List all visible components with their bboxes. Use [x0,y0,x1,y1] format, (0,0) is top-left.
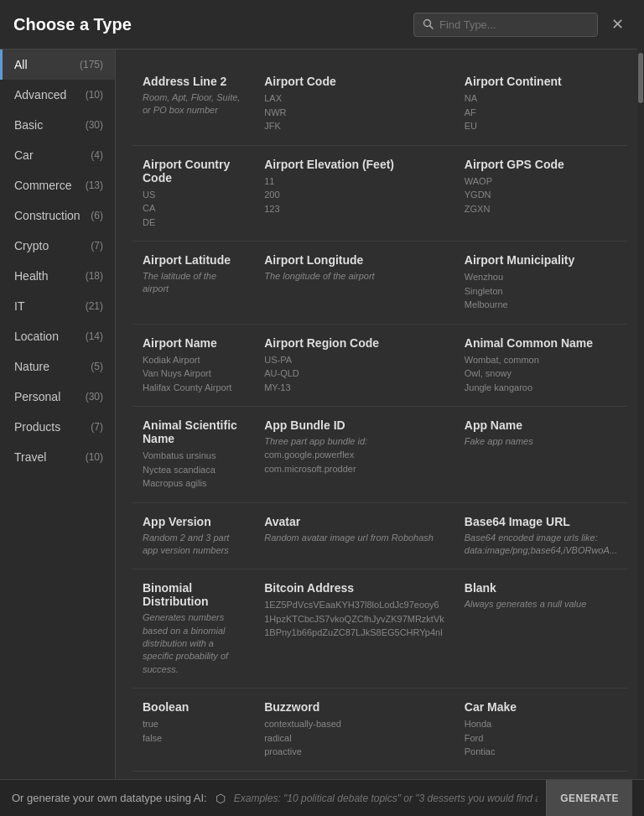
type-cell[interactable]: Airport CodeLAXNWRJFK [254,63,454,146]
sidebar-label: IT [14,299,24,313]
header-right: ✕ [413,12,631,37]
type-cell[interactable]: App Bundle IDThree part app bundle id:co… [254,407,454,503]
type-name: Bitcoin Address [264,581,444,595]
type-cell[interactable]: App NameFake app names [454,407,627,503]
type-cell[interactable]: Airport LatitudeThe latitude of the airp… [132,242,254,325]
type-example-value: radical [264,731,444,746]
type-examples: truefalse [143,717,244,745]
type-cell[interactable]: Airport Region CodeUS-PAAU-QLDMY-13 [254,325,454,408]
type-examples: Vombatus ursinusNyctea scandiacaMacropus… [143,449,244,491]
type-example-value: proactive [264,745,444,759]
sidebar-item-products[interactable]: Products(7) [0,412,115,442]
type-example-value: YGDN [465,188,617,202]
sidebar-label: Travel [14,450,46,464]
sidebar-label: Advanced [14,88,66,101]
type-cell[interactable]: Car MakeHondaFordPontiac [454,689,627,772]
sidebar-item-basic[interactable]: Basic(30) [0,110,115,140]
type-cell[interactable]: Airport MunicipalityWenzhouSingletonMelb… [454,242,627,325]
type-example-value: AF [465,106,617,120]
type-name: Buzzword [264,700,444,714]
sidebar-count: (175) [80,59,103,70]
sidebar-count: (21) [86,300,103,312]
scrollbar[interactable] [637,44,644,779]
type-example-value: ZGXN [465,202,617,216]
type-example-value: contextually-based [264,717,444,731]
search-input[interactable] [439,18,589,31]
sidebar-count: (10) [86,451,103,463]
type-name: Address Line 2 [143,75,244,88]
sidebar-item-construction[interactable]: Construction(6) [0,200,115,231]
page-title: Choose a Type [13,15,132,34]
sidebar-item-all[interactable]: All(175) [0,49,115,80]
sidebar-count: (30) [86,391,103,403]
type-grid: Address Line 2Room, Apt, Floor, Suite, o… [132,63,627,784]
sidebar-label: Car [14,148,34,162]
generate-button[interactable]: GENERATE [546,780,632,817]
sidebar-item-it[interactable]: IT(21) [0,291,115,321]
type-example-value: JFK [264,119,444,133]
sidebar-label: Construction [14,209,80,222]
type-name: Airport Municipality [465,253,617,267]
type-example-value: 123 [264,202,444,216]
type-example-value: Ford [465,731,617,746]
sidebar-label: All [14,58,28,71]
type-example-value: Jungle kangaroo [465,381,617,395]
sidebar-item-personal[interactable]: Personal(30) [0,382,115,412]
sidebar-item-advanced[interactable]: Advanced(10) [0,80,115,110]
type-cell[interactable]: Airport Country CodeUSCADE [132,146,254,242]
sidebar-item-car[interactable]: Car(4) [0,140,115,170]
type-name: App Version [143,515,244,528]
type-example-value: Wenzhou [465,270,617,284]
type-name: Binomial Distribution [143,581,244,608]
type-description: Base64 encoded image urls like: data:ima… [465,532,617,558]
type-cell[interactable]: Binomial DistributionGenerates numbers b… [132,569,254,689]
type-example-value: Nyctea scandiaca [143,463,244,477]
type-example-value: false [143,731,244,746]
type-cell[interactable]: Animal Common NameWombat, commonOwl, sno… [454,325,627,408]
type-cell[interactable]: Airport NameKodiak AirportVan Nuys Airpo… [132,325,254,408]
type-description: Fake app names [465,435,617,448]
type-cell[interactable]: Airport GPS CodeWAOPYGDNZGXN [454,146,627,242]
sidebar-count: (13) [86,179,103,191]
type-cell[interactable]: Airport ContinentNAAFEU [454,63,627,146]
type-examples: WAOPYGDNZGXN [465,174,617,216]
type-cell[interactable]: Animal Scientific NameVombatus ursinusNy… [132,407,254,503]
type-example-value: 1HpzKTCbcJS7vkoQZCfhJyvZK97MRzktVk [264,612,444,626]
sidebar-label: Crypto [14,239,49,252]
sidebar-item-crypto[interactable]: Crypto(7) [0,231,115,261]
type-cell[interactable]: AvatarRandom avatar image url from Roboh… [254,503,454,570]
sidebar-item-commerce[interactable]: Commerce(13) [0,170,115,200]
scroll-thumb [638,53,643,103]
type-examples: 1EZ5PdVcsVEaaKYH37l8loLodJc97eooy61HpzKT… [264,598,444,640]
type-cell[interactable]: Bitcoin Address1EZ5PdVcsVEaaKYH37l8loLod… [254,569,454,689]
type-name: Animal Scientific Name [143,418,244,445]
type-description: The longitude of the airport [264,270,444,283]
type-cell[interactable]: App VersionRandom 2 and 3 part app versi… [132,503,254,570]
ai-icon: ⬡ [216,792,226,805]
type-cell[interactable]: BlankAlways generates a null value [454,569,627,689]
close-button[interactable]: ✕ [605,12,631,37]
type-cell[interactable]: Address Line 2Room, Apt, Floor, Suite, o… [132,63,254,146]
type-cell[interactable]: Booleantruefalse [132,689,254,772]
type-example-value: DE [143,216,244,230]
type-description: The latitude of the airport [143,270,244,296]
type-name: Airport Name [143,336,244,350]
sidebar-item-health[interactable]: Health(18) [0,261,115,291]
type-cell[interactable]: Airport LongitudeThe longitude of the ai… [254,242,454,325]
ai-input[interactable] [234,793,538,804]
type-examples: WenzhouSingletonMelbourne [465,270,617,312]
type-cell[interactable]: Buzzwordcontextually-basedradicalproacti… [254,689,454,772]
sidebar-count: (10) [86,89,103,101]
type-example-value: MY-13 [264,381,444,395]
sidebar-count: (14) [86,330,103,342]
main-layout: All(175)Advanced(10)Basic(30)Car(4)Comme… [0,49,644,784]
type-cell[interactable]: Base64 Image URLBase64 encoded image url… [454,503,627,570]
search-box[interactable] [413,13,598,37]
sidebar-item-nature[interactable]: Nature(5) [0,351,115,382]
type-cell[interactable]: Airport Elevation (Feet)11200123 [254,146,454,242]
sidebar-item-location[interactable]: Location(14) [0,321,115,351]
sidebar-item-travel[interactable]: Travel(10) [0,442,115,472]
type-name: Animal Common Name [465,336,617,350]
type-example-value: 200 [264,188,444,202]
sidebar-count: (4) [91,149,103,161]
